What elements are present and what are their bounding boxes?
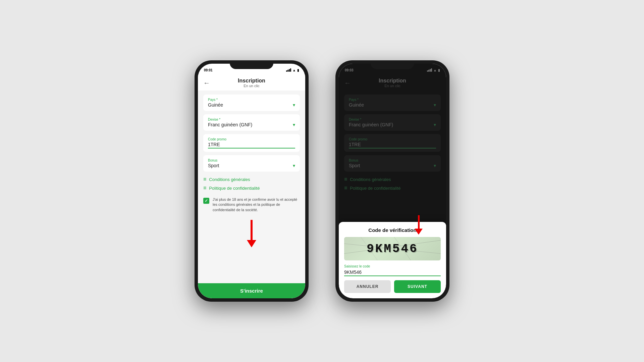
back-button-1[interactable]: ←	[203, 79, 210, 87]
screens-container: 09:01 ▲ ▮ ← Inscription En un	[195, 60, 449, 302]
bonus-value-row-1: Sport ▾	[208, 163, 295, 168]
modal-title: Code de vérification	[344, 227, 441, 233]
bonus-label-1: Bonus	[208, 159, 295, 162]
header-title-1: Inscription En un clic	[238, 78, 265, 88]
phone-2: 09:03 ▲ ▮ ← Inscription En un	[335, 60, 449, 302]
checkbox-1[interactable]: ✓	[203, 198, 209, 204]
red-arrow-1	[247, 220, 256, 247]
status-icons-1: ▲ ▮	[286, 68, 299, 72]
captcha-image: 9KM546	[344, 237, 441, 260]
checkbox-row-1: ✓ J'ai plus de 18 ans et je confirme avo…	[203, 196, 300, 214]
code-promo-label-1: Code promo	[208, 137, 295, 141]
captcha-input[interactable]: 9KM546	[344, 269, 441, 276]
form-area-1: Pays * Guinée ▾ Devise * Franc guinéen (…	[198, 90, 305, 283]
devise-value-row-1: Franc guinéen (GNF) ▾	[208, 122, 295, 127]
pays-value-row-1: Guinée ▾	[208, 102, 295, 108]
code-promo-input-1[interactable]: 1TRE	[208, 142, 295, 148]
bonus-group-1[interactable]: Bonus Sport ▾	[203, 155, 300, 172]
notch-2	[371, 60, 414, 69]
arrow-container-1	[203, 217, 300, 249]
phone-2-inner: 09:03 ▲ ▮ ← Inscription En un	[339, 64, 446, 298]
phone-1: 09:01 ▲ ▮ ← Inscription En un	[195, 60, 309, 302]
modal-arrow	[415, 215, 423, 235]
app-header-1: ← Inscription En un clic	[198, 74, 305, 90]
verification-modal: Code de vérification 9KM546 Saisissez le…	[339, 222, 446, 298]
notch-1	[230, 60, 273, 69]
wifi-icon-1: ▲	[292, 68, 296, 72]
conditions-generales-label-1: Conditions générales	[209, 177, 250, 182]
conditions-section-1: ≡ Conditions générales ≡ Politique de co…	[203, 175, 300, 192]
saisir-label: Saisissez le code	[344, 264, 441, 268]
doc-icon-1: ≡	[203, 176, 206, 182]
devise-group-1[interactable]: Devise * Franc guinéen (GNF) ▾	[203, 114, 300, 131]
devise-label-1: Devise *	[208, 118, 295, 121]
bonus-value-1: Sport	[208, 163, 219, 168]
doc-icon-2: ≡	[203, 185, 206, 191]
pays-value-1: Guinée	[208, 102, 223, 108]
arrow-line-1	[251, 220, 253, 240]
captcha-text: 9KM546	[366, 242, 418, 256]
checkbox-text-1: J'ai plus de 18 ans et je confirme avoir…	[213, 197, 300, 213]
title-1: Inscription	[238, 78, 265, 84]
bonus-chevron-1: ▾	[293, 163, 295, 168]
confidentialite-label-1: Politique de confidentialité	[209, 186, 260, 191]
pays-label-1: Pays *	[208, 98, 295, 102]
devise-value-1: Franc guinéen (GNF)	[208, 122, 252, 127]
pays-chevron-1: ▾	[293, 102, 295, 108]
confidentialite-link-1[interactable]: ≡ Politique de confidentialité	[203, 185, 300, 191]
suivant-button[interactable]: SUIVANT	[394, 280, 441, 293]
pays-group-1[interactable]: Pays * Guinée ▾	[203, 95, 300, 111]
arrow-head-1	[247, 240, 256, 247]
checkmark-1: ✓	[205, 198, 208, 203]
modal-arrow-head	[415, 229, 423, 235]
code-promo-group-1[interactable]: Code promo 1TRE	[203, 134, 300, 152]
conditions-generales-link-1[interactable]: ≡ Conditions générales	[203, 176, 300, 182]
subtitle-1: En un clic	[238, 84, 265, 88]
register-button-1[interactable]: S'inscrire	[198, 283, 305, 298]
signal-icon-1	[286, 68, 291, 72]
annuler-button[interactable]: ANNULER	[344, 280, 391, 293]
phone-1-inner: 09:01 ▲ ▮ ← Inscription En un	[198, 64, 305, 298]
time-1: 09:01	[204, 68, 213, 72]
modal-arrow-line	[418, 215, 420, 229]
devise-chevron-1: ▾	[293, 122, 295, 127]
battery-icon-1: ▮	[297, 68, 299, 72]
modal-buttons: ANNULER SUIVANT	[344, 280, 441, 293]
